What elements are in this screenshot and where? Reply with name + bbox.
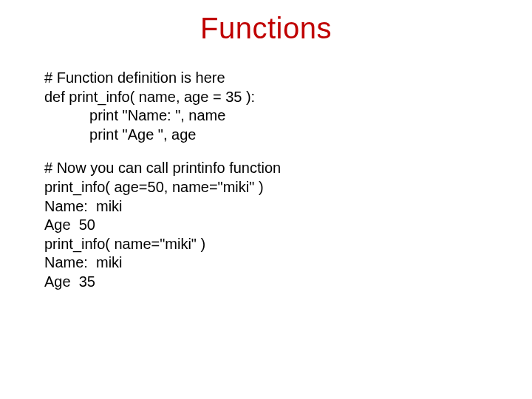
code-line: print_info( age=50, name="miki" ) (44, 178, 488, 197)
code-line: Name: miki (44, 197, 488, 216)
code-line: # Function definition is here (44, 69, 488, 88)
code-line: print "Age ", age (44, 126, 488, 145)
code-line: Name: miki (44, 253, 488, 273)
code-line: def print_info( name, age = 35 ): (44, 88, 488, 107)
code-line: Age 50 (44, 216, 488, 235)
code-block-calls: # Now you can call printinfo function pr… (44, 159, 488, 291)
slide-container: Functions # Function definition is here … (0, 0, 532, 399)
slide-title: Functions (44, 12, 488, 45)
code-line: # Now you can call printinfo function (44, 159, 488, 178)
code-block-definition: # Function definition is here def print_… (44, 69, 488, 144)
code-line: print_info( name="miki" ) (44, 235, 488, 254)
slide-body: # Function definition is here def print_… (44, 69, 488, 292)
code-line: print "Name: ", name (44, 106, 488, 126)
code-line: Age 35 (44, 273, 488, 292)
